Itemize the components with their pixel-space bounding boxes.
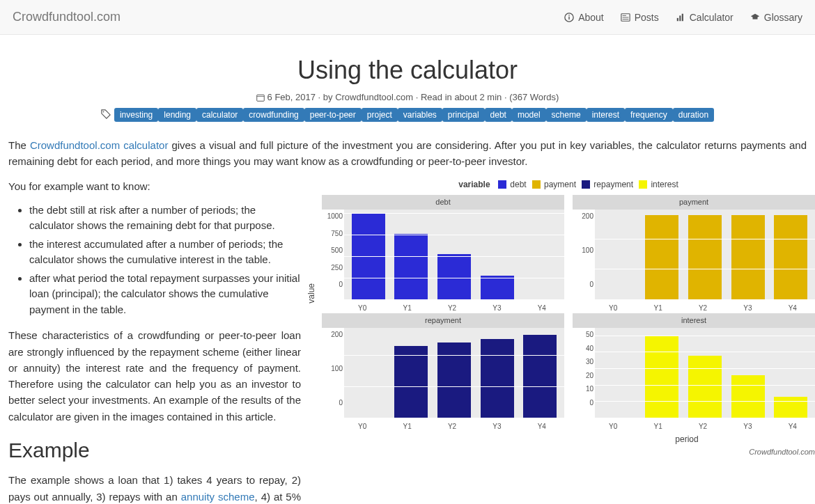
- legend-entry-debt: debt: [508, 180, 527, 189]
- know-lead: You for example want to know:: [8, 178, 301, 194]
- chart-legend: variable debt payment repayment interest: [318, 178, 815, 191]
- list-item: after what period the total repayment su…: [29, 271, 301, 318]
- bar-repayment-Y1: [394, 346, 428, 418]
- y-axis-ticks: 2001000: [573, 210, 595, 299]
- graduation-cap-icon: [750, 13, 760, 22]
- nav-label: Glossary: [764, 12, 802, 23]
- legend-swatch-repayment: [582, 180, 590, 189]
- bar-debt-Y0: [352, 214, 385, 299]
- know-list: the debt still at risk after a number of…: [29, 203, 301, 318]
- tag-scheme[interactable]: scheme: [546, 108, 587, 122]
- bar-interest-Y2: [688, 356, 722, 418]
- tag-row: investinglendingcalculatorcrowdfundingpe…: [8, 108, 807, 120]
- tag-interest[interactable]: interest: [587, 108, 625, 122]
- content: Using the calculator 6 Feb, 2017 · by Cr…: [0, 35, 815, 504]
- legend-label: variable: [458, 180, 490, 189]
- brand[interactable]: Crowdfundtool.com: [13, 10, 121, 24]
- nav-label: Posts: [635, 12, 659, 23]
- plot-area: [595, 210, 815, 299]
- svg-rect-8: [679, 15, 681, 21]
- bar-interest-Y1: [645, 336, 678, 418]
- facet-repayment: repayment2001000Y0Y1Y2Y3Y4: [318, 313, 568, 432]
- tags-icon: [101, 109, 111, 119]
- chart-attribution: Crowdfundtool.com: [318, 446, 815, 458]
- facet-title: repayment: [322, 313, 564, 328]
- bar-repayment-Y3: [481, 339, 514, 418]
- chart-icon: [676, 13, 685, 22]
- navbar: Crowdfundtool.com About Posts Calculator…: [0, 0, 815, 35]
- facet-payment: payment2001000Y0Y1Y2Y3Y4: [568, 195, 815, 313]
- calendar-icon: [256, 93, 265, 102]
- tag-investing[interactable]: investing: [114, 108, 158, 122]
- paragraph-characteristics: These characteristics of a crowdfunding …: [8, 327, 301, 425]
- y-axis-ticks: 50403020100: [573, 328, 595, 418]
- nav-menu: About Posts Calculator Glossary: [564, 12, 802, 23]
- bar-debt-Y3: [481, 276, 514, 300]
- x-axis-ticks: Y0Y1Y2Y3Y4: [340, 421, 564, 432]
- meta-text: 6 Feb, 2017 · by Crowdfundtool.com · Rea…: [267, 92, 559, 102]
- nav-label: Calculator: [690, 12, 734, 23]
- legend-swatch-interest: [639, 180, 647, 189]
- y-axis-ticks: 2001000: [322, 328, 344, 418]
- svg-rect-11: [752, 17, 757, 19]
- nav-glossary[interactable]: Glossary: [750, 12, 802, 23]
- calculator-link[interactable]: Crowdfundtool.com calculator: [30, 139, 168, 151]
- bar-payment-Y2: [688, 215, 722, 300]
- svg-rect-7: [676, 17, 678, 20]
- intro-paragraph: The Crowdfundtool.com calculator gives a…: [8, 137, 807, 170]
- plot-area: [344, 328, 564, 418]
- tag-principal[interactable]: principal: [442, 108, 485, 122]
- tag-crowdfunding[interactable]: crowdfunding: [243, 108, 304, 122]
- tag-project[interactable]: project: [362, 108, 398, 122]
- bar-debt-Y1: [394, 234, 428, 300]
- chart-figure: variable debt payment repayment interest…: [318, 178, 815, 458]
- tag-calculator[interactable]: calculator: [196, 108, 243, 122]
- tag-variables[interactable]: variables: [398, 108, 442, 122]
- tag-lending[interactable]: lending: [158, 108, 196, 122]
- svg-rect-12: [256, 95, 264, 101]
- y-axis-ticks: 10007505002500: [322, 210, 344, 299]
- legend-entry-payment: payment: [542, 180, 576, 189]
- chart-facets: debt10007505002500Y0Y1Y2Y3Y4payment20010…: [318, 195, 815, 432]
- list-item: the debt still at risk after a number of…: [29, 203, 301, 234]
- tag-debt[interactable]: debt: [485, 108, 512, 122]
- tag-model[interactable]: model: [512, 108, 546, 122]
- legend-entry-repayment: repayment: [591, 180, 633, 189]
- tag-peer-to-peer[interactable]: peer-to-peer: [304, 108, 362, 122]
- facet-title: debt: [322, 195, 564, 210]
- svg-rect-9: [681, 13, 683, 21]
- svg-rect-2: [568, 15, 569, 15]
- annuity-scheme-link[interactable]: annuity scheme: [181, 491, 255, 503]
- facet-debt: debt10007505002500Y0Y1Y2Y3Y4: [318, 195, 568, 313]
- bar-repayment-Y4: [523, 335, 557, 418]
- bar-interest-Y4: [774, 397, 807, 418]
- x-axis-ticks: Y0Y1Y2Y3Y4: [591, 421, 815, 432]
- plot-area: [344, 210, 564, 299]
- facet-interest: interest50403020100Y0Y1Y2Y3Y4: [568, 313, 815, 432]
- tag-duration[interactable]: duration: [673, 108, 714, 122]
- example-heading: Example: [8, 434, 301, 467]
- list-item: the interest accumulated after a number …: [29, 237, 301, 268]
- post-meta: 6 Feb, 2017 · by Crowdfundtool.com · Rea…: [8, 92, 807, 102]
- info-icon: [564, 13, 574, 22]
- nav-about[interactable]: About: [564, 12, 604, 23]
- y-axis-label: value: [305, 283, 318, 304]
- facet-title: payment: [573, 195, 815, 210]
- x-axis-ticks: Y0Y1Y2Y3Y4: [591, 303, 815, 314]
- svg-point-14: [103, 111, 104, 113]
- nav-posts[interactable]: Posts: [621, 12, 659, 23]
- nav-calculator[interactable]: Calculator: [676, 12, 734, 23]
- bar-payment-Y3: [731, 215, 765, 300]
- news-icon: [621, 13, 630, 22]
- tag-frequency[interactable]: frequency: [625, 108, 673, 122]
- page-title: Using the calculator: [8, 56, 807, 85]
- nav-label: About: [578, 12, 604, 23]
- bar-interest-Y3: [731, 375, 765, 418]
- plot-area: [595, 328, 815, 418]
- bar-payment-Y1: [645, 215, 678, 300]
- legend-swatch-payment: [532, 180, 541, 189]
- bar-repayment-Y2: [437, 342, 471, 418]
- intro-prefix: The: [8, 139, 30, 151]
- legend-entry-interest: interest: [649, 180, 678, 189]
- example-paragraph-start: The example shows a loan that 1) takes 4…: [8, 472, 301, 504]
